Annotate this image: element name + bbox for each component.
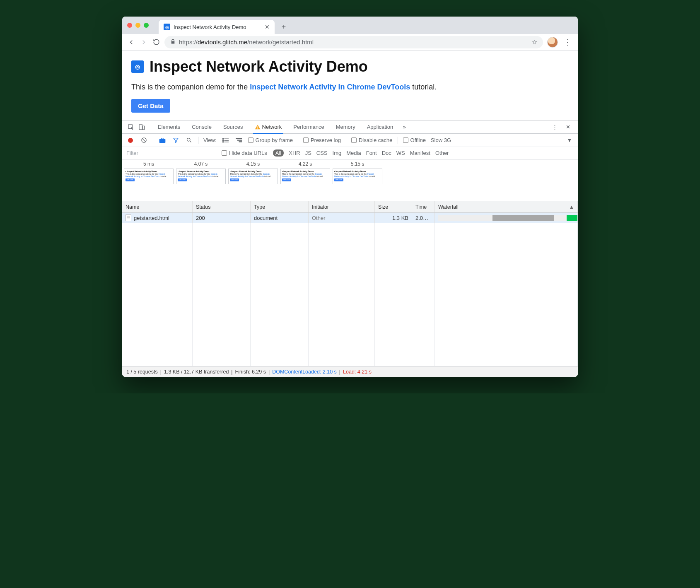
col-time[interactable]: Time xyxy=(412,201,435,212)
filter-font[interactable]: Font xyxy=(366,150,377,156)
browser-menu-icon[interactable]: ⋮ xyxy=(562,38,573,47)
warning-icon xyxy=(255,124,261,130)
svg-rect-4 xyxy=(257,128,258,128)
svg-rect-6 xyxy=(159,139,166,142)
filmstrip-frame[interactable]: 4.07 s ▪ Inspect Network Activity DemoTh… xyxy=(176,161,226,184)
overview-icon[interactable] xyxy=(235,138,243,143)
devtools-close-icon[interactable]: ✕ xyxy=(562,124,574,130)
tutorial-link[interactable]: Inspect Network Activity In Chrome DevTo… xyxy=(250,83,412,91)
col-size[interactable]: Size xyxy=(375,201,412,212)
status-load: Load: 4.21 s xyxy=(343,369,372,375)
filter-css[interactable]: CSS xyxy=(316,150,328,156)
hide-data-urls-checkbox[interactable]: Hide data URLs xyxy=(222,150,267,156)
col-status[interactable]: Status xyxy=(193,201,251,212)
offline-checkbox[interactable]: Offline xyxy=(403,137,426,143)
tab-memory[interactable]: Memory xyxy=(331,120,360,133)
devtools-tabstrip: Elements Console Sources Network Perform… xyxy=(122,120,578,134)
browser-window: ◎ Inspect Network Activity Demo ✕ + http… xyxy=(122,17,578,377)
filter-manifest[interactable]: Manifest xyxy=(410,150,430,156)
tab-elements[interactable]: Elements xyxy=(153,120,185,133)
svg-rect-16 xyxy=(239,141,242,142)
search-icon[interactable] xyxy=(185,137,193,143)
favicon-icon: ◎ xyxy=(164,24,170,30)
thumbnail-icon: ▪ Inspect Network Activity DemoThis is t… xyxy=(280,169,330,184)
minimize-window-icon[interactable] xyxy=(135,23,140,28)
filmstrip: 5 ms ▪ Inspect Network Activity DemoThis… xyxy=(122,159,578,201)
disable-cache-checkbox[interactable]: Disable cache xyxy=(351,137,393,143)
lock-icon xyxy=(170,39,176,46)
filmstrip-frame[interactable]: 5 ms ▪ Inspect Network Activity DemoThis… xyxy=(124,161,174,184)
svg-rect-1 xyxy=(139,125,142,130)
svg-rect-11 xyxy=(224,138,229,139)
status-finish: Finish: 6.29 s xyxy=(235,369,266,375)
filmstrip-frame[interactable]: 4.15 s ▪ Inspect Network Activity DemoTh… xyxy=(228,161,278,184)
status-dcl: DOMContentLoaded: 2.10 s xyxy=(272,369,337,375)
titlebar: ◎ Inspect Network Activity Demo ✕ + xyxy=(122,17,578,34)
large-rows-icon[interactable] xyxy=(222,138,230,143)
browser-tab[interactable]: ◎ Inspect Network Activity Demo ✕ xyxy=(159,20,275,34)
filter-all[interactable]: All xyxy=(273,149,284,157)
get-data-button[interactable]: Get Data xyxy=(131,99,170,113)
col-initiator[interactable]: Initiator xyxy=(309,201,375,212)
svg-rect-9 xyxy=(222,140,224,141)
clear-icon[interactable] xyxy=(140,137,148,143)
address-bar[interactable]: https://devtools.glitch.me/network/getst… xyxy=(164,36,543,48)
device-toolbar-icon[interactable] xyxy=(137,124,146,130)
col-name[interactable]: Name xyxy=(122,201,193,212)
group-by-frame-checkbox[interactable]: Group by frame xyxy=(248,137,293,143)
screenshots-icon[interactable] xyxy=(158,137,167,143)
network-conditions-icon[interactable]: ▼ xyxy=(565,137,574,143)
filter-media[interactable]: Media xyxy=(346,150,361,156)
profile-avatar[interactable] xyxy=(547,37,558,48)
tab-performance[interactable]: Performance xyxy=(288,120,329,133)
filter-toggle-icon[interactable] xyxy=(171,137,180,143)
filmstrip-frame[interactable]: 4.22 s ▪ Inspect Network Activity DemoTh… xyxy=(280,161,330,184)
tab-application[interactable]: Application xyxy=(362,120,398,133)
tab-console[interactable]: Console xyxy=(187,120,217,133)
maximize-window-icon[interactable] xyxy=(144,23,149,28)
devtools-menu-icon[interactable]: ⋮ xyxy=(549,124,561,130)
svg-rect-14 xyxy=(236,138,242,139)
close-window-icon[interactable] xyxy=(127,23,132,28)
svg-rect-15 xyxy=(237,140,242,140)
new-tab-button[interactable]: + xyxy=(278,21,290,33)
thumbnail-icon: ▪ Inspect Network Activity DemoThis is t… xyxy=(176,169,226,184)
throttling-select[interactable]: Slow 3G xyxy=(431,137,451,143)
url-text: https://devtools.glitch.me/network/getst… xyxy=(179,39,314,46)
tab-network[interactable]: Network xyxy=(250,120,287,133)
forward-icon xyxy=(140,38,148,46)
close-tab-icon[interactable]: ✕ xyxy=(265,24,270,30)
filmstrip-frame[interactable]: 5.15 s ▪ Inspect Network Activity DemoTh… xyxy=(333,161,382,184)
filter-ws[interactable]: WS xyxy=(396,150,405,156)
preserve-log-checkbox[interactable]: Preserve log xyxy=(303,137,341,143)
tab-title: Inspect Network Activity Demo xyxy=(174,24,246,30)
document-icon xyxy=(126,214,131,221)
col-waterfall[interactable]: Waterfall▲ xyxy=(435,201,578,212)
network-request-table: Name Status Type Initiator Size Time Wat… xyxy=(122,201,578,366)
devtools-panel: Elements Console Sources Network Perform… xyxy=(122,120,578,377)
window-controls xyxy=(127,17,149,34)
svg-rect-13 xyxy=(224,142,229,142)
bookmark-star-icon[interactable]: ☆ xyxy=(532,39,537,46)
inspect-element-icon[interactable] xyxy=(126,124,135,130)
sort-arrow-icon: ▲ xyxy=(569,204,574,210)
record-icon[interactable] xyxy=(126,138,135,143)
filter-xhr[interactable]: XHR xyxy=(289,150,300,156)
col-type[interactable]: Type xyxy=(251,201,309,212)
filter-input[interactable] xyxy=(122,147,222,159)
waterfall-bar xyxy=(435,213,578,223)
view-label: View: xyxy=(203,137,217,143)
filter-img[interactable]: Img xyxy=(333,150,342,156)
filter-other[interactable]: Other xyxy=(435,150,449,156)
table-header: Name Status Type Initiator Size Time Wat… xyxy=(122,201,578,213)
filter-js[interactable]: JS xyxy=(305,150,311,156)
network-toolbar: View: Group by frame Preserve log Disabl… xyxy=(122,134,578,147)
network-filter-bar: Hide data URLs All XHR JS CSS Img Media … xyxy=(122,147,578,159)
reload-icon[interactable] xyxy=(152,38,160,46)
tab-sources[interactable]: Sources xyxy=(218,120,248,133)
thumbnail-icon: ▪ Inspect Network Activity DemoThis is t… xyxy=(228,169,278,184)
table-row[interactable]: getstarted.html 200 document Other 1.3 K… xyxy=(122,213,578,223)
more-tabs-icon[interactable]: » xyxy=(400,124,409,130)
filter-doc[interactable]: Doc xyxy=(382,150,391,156)
back-icon[interactable] xyxy=(127,38,135,46)
